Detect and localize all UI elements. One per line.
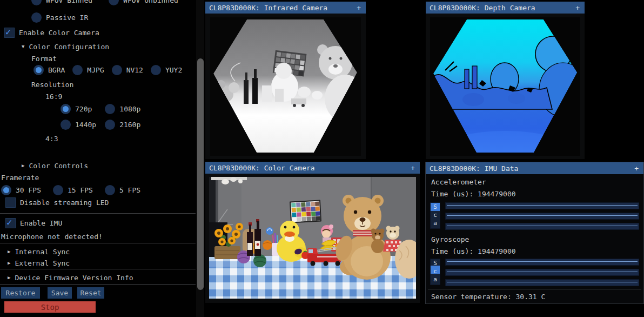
radio-15fps-label: 15 FPS <box>68 186 93 194</box>
separator <box>0 213 196 214</box>
enable-color-camera-row: ✓ Enable Color Camera <box>4 27 99 38</box>
color-image <box>209 177 416 299</box>
checkmark-icon: ✓ <box>6 217 12 228</box>
aspect-4-3-label: 4:3 <box>45 133 58 144</box>
color-panel-titlebar[interactable]: CL8P83D000K: Color Camera + <box>205 162 420 174</box>
separator <box>428 289 641 289</box>
radio-format-bgra[interactable]: BGRA <box>33 65 65 75</box>
disable-streaming-led-checkbox[interactable] <box>5 197 16 208</box>
accelerometer-plot-y <box>445 213 639 220</box>
radio-res-720p-label: 720p <box>75 105 92 113</box>
radio-res-2160p-label: 2160p <box>119 121 140 129</box>
scale-letter: a <box>431 275 440 283</box>
radio-format-yuy2[interactable]: YUY2 <box>151 65 182 75</box>
separator <box>0 269 196 269</box>
radio-circle-icon[interactable] <box>105 104 115 114</box>
radio-5fps[interactable]: 5 FPS <box>105 185 140 195</box>
radio-selected-icon[interactable] <box>33 65 44 75</box>
expand-icon[interactable]: + <box>575 2 580 14</box>
scale-letter: a <box>431 219 440 227</box>
aspect-16-9-label: 16:9 <box>45 91 62 102</box>
framerate-label: Framerate <box>1 172 39 183</box>
radio-circle-icon[interactable] <box>31 12 42 23</box>
infrared-image-svg <box>210 17 361 156</box>
chevron-down-icon: ▼ <box>22 44 24 49</box>
radio-selected-icon[interactable] <box>61 104 71 114</box>
accelerometer-scale-slider[interactable]: S c a <box>430 202 440 229</box>
radio-format-mjpg[interactable]: MJPG <box>72 65 104 75</box>
gyroscope-scale-slider[interactable]: S c a <box>430 259 440 285</box>
radio-res-1080p[interactable]: 1080p <box>105 104 140 114</box>
radio-wfov-binned-label: WFOV Binned <box>46 0 92 4</box>
enable-imu-row: ✓ Enable IMU <box>5 217 62 228</box>
gyroscope-plot-y <box>445 269 639 276</box>
gyroscope-plot-z <box>445 279 639 286</box>
radio-30fps-label: 30 FPS <box>16 186 41 194</box>
radio-circle-icon[interactable] <box>105 120 115 130</box>
depth-image-svg <box>430 17 580 156</box>
format-options-row: BGRA MJPG NV12 YUY2 <box>33 64 182 75</box>
disable-streaming-led-label: Disable streaming LED <box>20 199 109 207</box>
radio-circle-icon[interactable] <box>61 120 71 130</box>
color-configuration-header[interactable]: ▼ Color Configuration <box>22 41 109 52</box>
radio-wfov-unbinned[interactable]: WFOV Unbinned <box>109 0 178 5</box>
radio-15fps[interactable]: 15 FPS <box>53 185 93 195</box>
expand-icon[interactable]: + <box>357 2 361 14</box>
accelerometer-label: Accelerometer <box>431 178 486 187</box>
radio-wfov-binned[interactable]: WFOV Binned <box>31 0 92 5</box>
radio-circle-icon[interactable] <box>109 0 119 5</box>
accelerometer-plot-x <box>445 202 639 209</box>
external-sync-header[interactable]: ▶ External Sync <box>8 257 70 268</box>
radio-circle-icon[interactable] <box>72 65 83 75</box>
depth-panel-titlebar[interactable]: CL8P83D000K: Depth Camera + <box>426 2 585 14</box>
radio-30fps[interactable]: 30 FPS <box>1 185 41 195</box>
resolution-row-1: 720p 1080p <box>61 103 140 114</box>
radio-circle-icon[interactable] <box>105 185 115 195</box>
format-label: Format <box>31 53 57 64</box>
accelerometer-plot-z <box>445 223 639 230</box>
separator <box>0 243 196 243</box>
radio-circle-icon[interactable] <box>53 185 63 195</box>
radio-res-1080p-label: 1080p <box>119 105 140 113</box>
color-controls-header[interactable]: ▶ Color Controls <box>22 160 88 171</box>
radio-5fps-label: 5 FPS <box>119 186 140 194</box>
infrared-panel-title: CL8P83D000K: Infrared Camera <box>209 4 327 12</box>
internal-sync-header[interactable]: ▶ Internal Sync <box>8 246 70 257</box>
checkmark-icon: ✓ <box>5 27 11 37</box>
depth-mode-row: WFOV Binned WFOV Unbinned <box>31 0 178 5</box>
radio-circle-icon[interactable] <box>112 65 122 75</box>
passive-ir-row: Passive IR <box>31 12 88 23</box>
color-controls-label: Color Controls <box>29 162 88 170</box>
radio-res-2160p[interactable]: 2160p <box>105 120 140 130</box>
radio-res-720p[interactable]: 720p <box>61 104 92 114</box>
reset-button[interactable]: Reset <box>77 287 104 299</box>
imu-panel-titlebar[interactable]: CL8P83D000K: IMU Data + <box>426 162 643 174</box>
resolution-label: Resolution <box>31 79 73 90</box>
color-image-svg <box>209 177 416 299</box>
radio-format-nv12[interactable]: NV12 <box>112 65 143 75</box>
firmware-info-header[interactable]: ▶ Device Firmware Version Info <box>8 272 133 283</box>
expand-icon[interactable]: + <box>634 162 639 174</box>
enable-imu-checkbox[interactable]: ✓ <box>5 218 16 228</box>
restore-button[interactable]: Restore <box>1 287 40 299</box>
scale-letter: S <box>431 203 440 211</box>
radio-circle-icon[interactable] <box>151 65 161 75</box>
chevron-right-icon: ▶ <box>22 163 24 168</box>
radio-format-bgra-label: BGRA <box>48 66 65 74</box>
save-button[interactable]: Save <box>48 287 72 299</box>
sidebar-scrollbar[interactable] <box>196 0 204 317</box>
scrollbar-thumb[interactable] <box>197 58 204 290</box>
infrared-panel-titlebar[interactable]: CL8P83D000K: Infrared Camera + <box>205 2 366 14</box>
external-sync-label: External Sync <box>15 259 70 267</box>
radio-selected-icon[interactable] <box>1 185 11 195</box>
color-panel-title: CL8P83D000K: Color Camera <box>209 164 315 172</box>
radio-format-nv12-label: NV12 <box>126 66 143 74</box>
radio-circle-icon[interactable] <box>31 0 42 5</box>
stop-button[interactable]: Stop <box>4 301 96 313</box>
enable-color-camera-checkbox[interactable]: ✓ <box>4 28 15 38</box>
accelerometer-time: Time (us): 194479000 <box>431 190 516 199</box>
radio-passive-ir[interactable]: Passive IR <box>31 12 88 23</box>
firmware-info-label: Device Firmware Version Info <box>15 274 133 282</box>
expand-icon[interactable]: + <box>411 162 415 174</box>
radio-res-1440p[interactable]: 1440p <box>61 120 96 130</box>
